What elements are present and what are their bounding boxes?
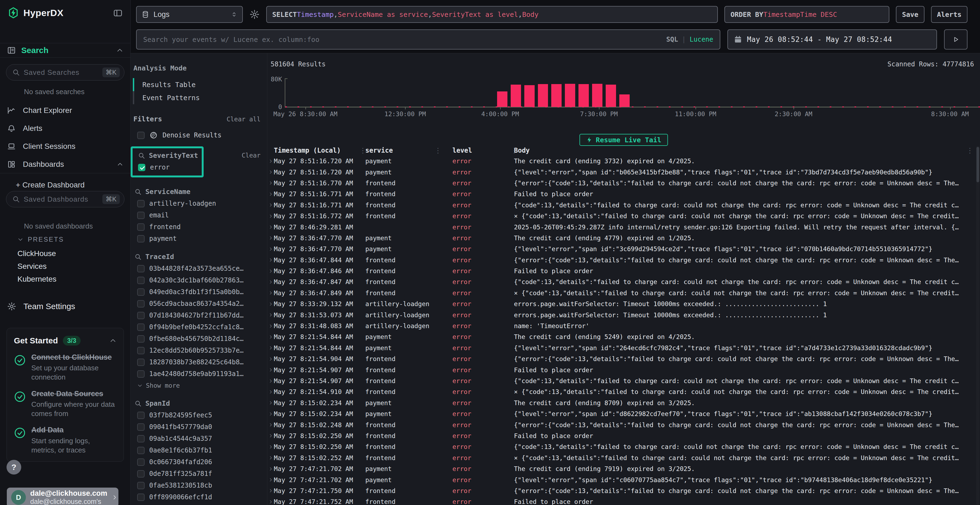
expand-row-icon[interactable] (269, 390, 273, 394)
sql-toggle[interactable]: SQL (666, 36, 678, 43)
table-row[interactable]: May 27 8:15:02.234 AMpaymenterror{"level… (267, 408, 976, 419)
resume-live-tail-button[interactable]: Resume Live Tail (579, 134, 668, 146)
expand-row-icon[interactable] (269, 357, 273, 361)
source-settings-gear-icon[interactable] (249, 9, 260, 20)
expand-row-icon[interactable] (269, 203, 273, 207)
table-row[interactable]: May 27 8:36:47.844 AMfrontenderror{"erro… (267, 255, 976, 265)
checkbox[interactable] (137, 494, 145, 501)
table-row[interactable]: May 27 8:21:54.910 AMfrontenderror× {"co… (267, 386, 976, 397)
analysis-mode-event-patterns[interactable]: Event Patterns (133, 91, 261, 104)
filter-option[interactable]: 0ae8e1f6c6b37fb1 (137, 446, 261, 454)
histogram-bar[interactable] (497, 91, 508, 107)
table-row[interactable]: May 27 8:15:02.248 AMfrontenderror{"erro… (267, 419, 976, 430)
histogram-bar[interactable] (538, 84, 548, 107)
sidebar-collapse-icon[interactable] (113, 8, 123, 18)
results-histogram[interactable] (285, 79, 978, 107)
filter-option[interactable]: email (137, 211, 261, 219)
checkbox[interactable] (137, 447, 145, 454)
column-resize-handle[interactable]: ⋮ (360, 146, 366, 155)
checkbox[interactable] (137, 223, 145, 231)
filter-option[interactable]: 1ae42480d758e9ab91193a1… (137, 370, 261, 378)
table-row[interactable]: May 27 7:47:21.702 AMpaymenterrorThe cre… (267, 464, 976, 474)
table-row[interactable]: May 27 8:51:16.771 AMfrontenderror{"code… (267, 200, 976, 211)
clear-filter-button[interactable]: Clear (242, 152, 261, 159)
expand-row-icon[interactable] (269, 225, 273, 229)
help-button[interactable]: ? (6, 460, 21, 475)
denoise-results-checkbox[interactable]: Denoise Results (137, 131, 261, 139)
table-row[interactable]: May 27 8:46:29.281 AMerror2025-05-26T09:… (267, 221, 976, 232)
filter-option[interactable]: 042a30c3dc1baf660b27863… (137, 276, 261, 284)
sidebar-item-alerts[interactable]: Alerts (0, 121, 130, 136)
table-row[interactable]: May 27 8:33:29.132 AMartillery-loadgener… (267, 299, 976, 310)
checkbox[interactable] (137, 347, 145, 354)
checkbox[interactable] (137, 370, 145, 378)
expand-row-icon[interactable] (269, 335, 273, 339)
table-row[interactable]: May 27 8:36:47.770 AMpaymenterrorThe cre… (267, 233, 976, 243)
analysis-mode-results-table[interactable]: Results Table (133, 78, 261, 91)
expand-row-icon[interactable] (269, 313, 273, 317)
table-row[interactable]: May 27 8:51:16.720 AMpaymenterror{"level… (267, 167, 976, 178)
sidebar-item-dashboards[interactable]: Dashboards (0, 157, 130, 172)
column-resize-handle[interactable]: ⋮ (434, 146, 442, 155)
table-row[interactable]: May 27 7:47:21.752 AMfrontenderrorFailed… (267, 496, 976, 505)
sidebar-item-chart-explorer[interactable]: Chart Explorer (0, 103, 130, 118)
histogram-bar[interactable] (619, 94, 630, 107)
table-scrollbar[interactable] (976, 146, 980, 505)
table-row[interactable]: May 27 8:51:16.772 AMfrontenderror× {"co… (267, 211, 976, 221)
filter-option[interactable]: 07d184304627bf2f11b67dd… (137, 311, 261, 319)
sidebar-item-team-settings[interactable]: Team Settings (0, 299, 130, 314)
table-row[interactable]: May 27 8:15:02.250 AMfrontenderror{"code… (267, 441, 976, 452)
table-row[interactable]: May 27 8:15:02.234 AMpaymenterrorThe cre… (267, 397, 976, 408)
checkbox[interactable] (137, 212, 145, 219)
expand-row-icon[interactable] (269, 247, 273, 251)
preset-clickhouse[interactable]: ClickHouse (18, 249, 56, 258)
expand-row-icon[interactable] (269, 368, 273, 372)
checkbox[interactable] (137, 412, 145, 419)
expand-row-icon[interactable] (269, 456, 273, 460)
column-resize-handle[interactable]: ⋮ (966, 146, 974, 155)
checkbox[interactable] (137, 482, 145, 489)
filter-option[interactable]: 03f7b824595feec5 (137, 411, 261, 419)
table-row[interactable]: May 27 8:21:54.907 AMfrontenderrorFailed… (267, 364, 976, 375)
get-started-item[interactable]: Connect to ClickHouseSet up your databas… (14, 353, 116, 382)
expand-row-icon[interactable] (269, 258, 273, 262)
expand-row-icon[interactable] (269, 159, 273, 164)
checkbox[interactable] (137, 335, 145, 343)
histogram-bar[interactable] (579, 84, 589, 107)
table-row[interactable]: May 27 8:31:48.083 AMartillery-loadgener… (267, 321, 976, 332)
column-header-timestamp-local-[interactable]: Timestamp (Local) (274, 147, 365, 154)
checkbox[interactable] (138, 164, 145, 171)
checkbox[interactable] (137, 200, 145, 207)
save-button[interactable]: Save (896, 6, 924, 23)
column-header-body[interactable]: Body (514, 147, 976, 154)
chevron-up-icon[interactable] (110, 337, 116, 344)
presets-toggle[interactable]: PRESETS (18, 236, 64, 243)
get-started-item[interactable]: Create Data SourcesConfigure where your … (14, 389, 116, 418)
preset-services[interactable]: Services (18, 262, 46, 271)
checkbox[interactable] (137, 288, 145, 296)
filter-option[interactable]: 049ed0ac3fdb1f3f15a0b0b… (137, 288, 261, 296)
saved-searches-input[interactable]: Saved Searches ⌘K (6, 64, 124, 81)
histogram-bar[interactable] (565, 84, 575, 107)
expand-row-icon[interactable] (269, 400, 273, 405)
expand-row-icon[interactable] (269, 214, 273, 219)
alerts-button[interactable]: Alerts (931, 6, 967, 23)
table-row[interactable]: May 27 8:36:47.847 AMfrontenderror{"code… (267, 276, 976, 287)
expand-row-icon[interactable] (269, 422, 273, 427)
sidebar-item-search[interactable]: Search (0, 43, 130, 58)
expand-row-icon[interactable] (269, 445, 273, 449)
clear-all-button[interactable]: Clear all (226, 116, 261, 123)
date-range-picker[interactable]: May 26 08:52:44 - May 27 08:52:44 (727, 29, 937, 49)
histogram-bar[interactable] (592, 84, 603, 107)
run-search-button[interactable] (944, 29, 967, 49)
create-dashboard-button[interactable]: + Create Dashboard (16, 181, 85, 189)
expand-row-icon[interactable] (269, 488, 273, 493)
checkbox[interactable] (137, 459, 145, 466)
table-row[interactable]: May 27 8:51:16.720 AMpaymenterrorThe cre… (267, 156, 976, 167)
filter-option[interactable]: 03b44828f42a3573ea655ce… (137, 265, 261, 272)
table-row[interactable]: May 27 8:21:54.907 AMfrontenderror{"code… (267, 375, 976, 386)
sidebar-item-client-sessions[interactable]: Client Sessions (0, 139, 130, 154)
expand-row-icon[interactable] (269, 236, 273, 240)
table-row[interactable]: May 27 8:31:53.073 AMartillery-loadgener… (267, 310, 976, 320)
filter-option[interactable]: 12ec8dd52b60b9525733b7e… (137, 347, 261, 354)
